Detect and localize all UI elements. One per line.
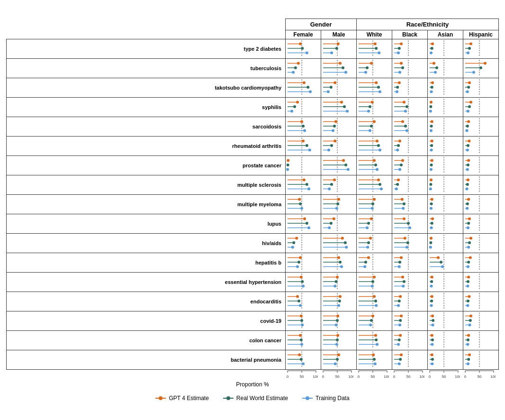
svg-point-443 xyxy=(406,246,408,249)
svg-point-436 xyxy=(366,246,369,249)
legend-real-label: Real World Estimate xyxy=(236,395,288,402)
svg-point-244 xyxy=(431,140,433,143)
disease-label: prostate cancer xyxy=(7,156,286,175)
plot-cell-hiv/aids-white xyxy=(357,234,392,253)
plot-cell-endocarditis-male xyxy=(321,292,357,311)
svg-point-319 xyxy=(396,183,399,186)
plot-cell-bacterial-pneumonia-asian xyxy=(428,350,463,370)
plot-cell-covid-19-male xyxy=(321,311,357,331)
svg-point-713 xyxy=(468,354,471,356)
disease-label: covid-19 xyxy=(7,311,286,331)
svg-point-466 xyxy=(298,261,300,264)
svg-point-300 xyxy=(303,179,306,182)
svg-point-604 xyxy=(369,324,372,327)
svg-point-429 xyxy=(345,246,348,249)
svg-point-37 xyxy=(467,52,469,55)
svg-point-709 xyxy=(467,363,469,365)
svg-point-538 xyxy=(431,276,433,279)
plot-cell-takotsubo-cardiomyopathy-hispanic xyxy=(463,78,499,98)
plot-cell-sarcoidosis-male xyxy=(321,117,357,137)
svg-point-46 xyxy=(294,66,297,69)
svg-point-529 xyxy=(403,280,406,283)
legend-gpt4: GPT 4 Estimate xyxy=(155,395,208,402)
svg-point-132 xyxy=(296,101,299,104)
plot-cell-colon-cancer-black xyxy=(392,331,428,350)
svg-text:50: 50 xyxy=(442,374,446,378)
svg-point-202 xyxy=(431,120,433,123)
svg-point-580 xyxy=(431,295,433,298)
plot-cell-essential-hypertension-male xyxy=(321,273,357,292)
plot-cell-covid-19-asian xyxy=(428,311,463,331)
svg-text:0: 0 xyxy=(357,374,360,378)
x-axis-label: Proportion % xyxy=(6,381,499,388)
svg-point-494 xyxy=(440,261,442,264)
plot-cell-takotsubo-cardiomyopathy-male xyxy=(321,78,357,98)
svg-point-291 xyxy=(467,164,469,166)
svg-point-613 xyxy=(399,319,402,322)
svg-point-67 xyxy=(401,66,404,69)
svg-point-471 xyxy=(340,265,343,268)
col-header-male: Male xyxy=(321,30,357,39)
svg-point-95 xyxy=(330,86,333,89)
svg-point-167 xyxy=(469,101,472,104)
plot-cell-multiple-sclerosis-male xyxy=(321,175,357,195)
svg-point-615 xyxy=(400,315,403,318)
svg-point-321 xyxy=(397,179,400,182)
svg-point-186 xyxy=(370,125,373,128)
plot-cell-hiv/aids-male xyxy=(321,234,357,253)
plot-cell-tuberculosis-male xyxy=(321,59,357,78)
svg-point-247 xyxy=(466,149,469,152)
svg-point-657 xyxy=(399,334,402,337)
svg-point-578 xyxy=(430,300,433,302)
plot-cell-prostate-cancer-black xyxy=(392,156,428,175)
svg-point-536 xyxy=(430,280,433,283)
svg-text:50: 50 xyxy=(370,374,375,378)
plot-cell-hiv/aids-hispanic xyxy=(463,234,499,253)
svg-point-704 xyxy=(431,358,434,361)
svg-point-513 xyxy=(334,285,336,288)
svg-point-417 xyxy=(467,222,470,225)
svg-point-312 xyxy=(379,183,381,186)
plot-cell-hepatitis-b-female xyxy=(286,253,321,273)
plot-cell-sarcoidosis-asian xyxy=(428,117,463,137)
svg-text:100: 100 xyxy=(455,374,460,378)
svg-point-522 xyxy=(371,280,374,283)
plot-cell-tuberculosis-hispanic xyxy=(463,59,499,78)
svg-point-478 xyxy=(363,265,366,268)
svg-point-219 xyxy=(327,149,330,152)
plot-cell-multiple-sclerosis-asian xyxy=(428,175,463,195)
disease-label: takotsubo cardiomyopathy xyxy=(7,78,286,98)
svg-point-165 xyxy=(468,105,471,108)
svg-point-121 xyxy=(466,91,469,93)
plot-cell-rheumatoid-arthritis-female xyxy=(286,137,321,156)
svg-point-594 xyxy=(300,315,303,318)
plot-cell-endocarditis-female xyxy=(286,292,321,311)
svg-point-431 xyxy=(344,241,347,244)
svg-point-366 xyxy=(430,207,433,210)
svg-point-653 xyxy=(397,343,400,346)
svg-point-223 xyxy=(334,140,336,143)
plot-cell-bacterial-pneumonia-female xyxy=(286,350,321,370)
svg-point-338 xyxy=(300,207,303,210)
svg-point-90 xyxy=(303,82,306,84)
svg-point-438 xyxy=(367,241,370,244)
svg-point-627 xyxy=(469,319,472,322)
svg-point-382 xyxy=(306,222,308,225)
svg-point-130 xyxy=(293,105,296,108)
plot-cell-lupus-asian xyxy=(428,214,463,234)
svg-point-62 xyxy=(370,62,373,65)
svg-point-564 xyxy=(374,300,377,302)
svg-text:50: 50 xyxy=(299,374,304,378)
svg-point-23 xyxy=(397,52,400,55)
svg-point-60 xyxy=(366,66,369,69)
plot-cell-type-2-diabetes-white xyxy=(357,39,392,59)
plot-cell-hepatitis-b-black xyxy=(392,253,428,273)
plot-cell-hiv/aids-black xyxy=(392,234,428,253)
svg-point-39 xyxy=(468,47,471,50)
svg-point-221 xyxy=(330,144,333,147)
svg-point-625 xyxy=(469,324,471,327)
svg-point-384 xyxy=(303,218,306,220)
svg-point-193 xyxy=(404,125,407,128)
plot-cell-tuberculosis-asian xyxy=(428,59,463,78)
svg-point-258 xyxy=(287,159,289,162)
